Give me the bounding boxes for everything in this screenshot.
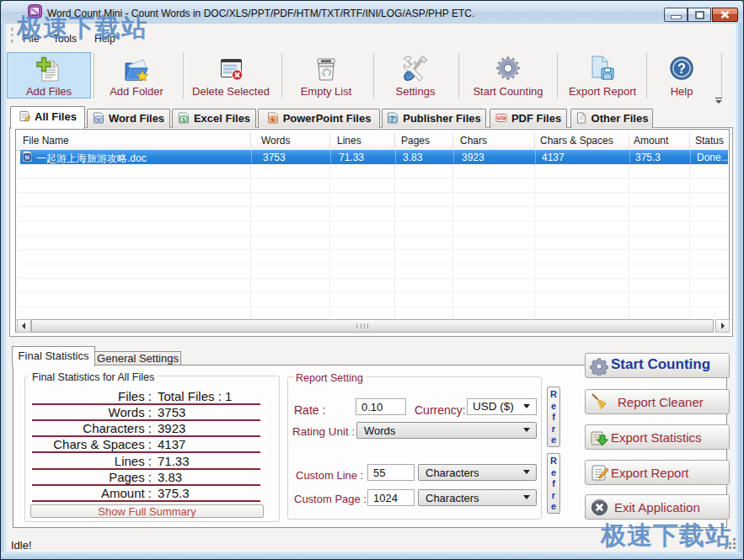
svg-text:P: P (391, 115, 395, 123)
svg-text:x: x (182, 115, 185, 123)
svg-text:w: w (25, 153, 30, 161)
svg-text:PDF: PDF (498, 117, 504, 120)
svg-text:?: ? (677, 61, 686, 76)
svg-text:w: w (96, 115, 101, 123)
